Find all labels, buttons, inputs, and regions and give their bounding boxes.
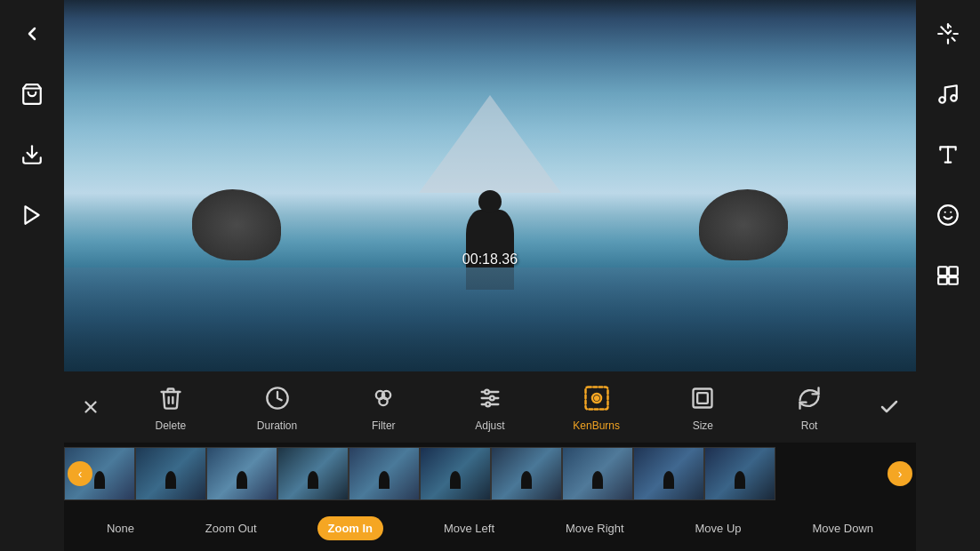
kb-move-down[interactable]: Move Down [801, 516, 884, 540]
frame-3 [206, 447, 277, 500]
svg-rect-18 [694, 389, 712, 408]
frame-8 [562, 447, 633, 500]
tool-duration-label: Duration [257, 419, 297, 432]
size-icon [687, 382, 719, 414]
svg-rect-33 [938, 267, 947, 276]
svg-point-13 [490, 396, 494, 401]
kb-move-up[interactable]: Move Up [684, 516, 751, 540]
svg-point-14 [486, 403, 490, 407]
svg-line-22 [941, 27, 944, 29]
play-button[interactable] [12, 196, 52, 235]
tool-duration[interactable]: Duration [246, 382, 309, 432]
water-reflection [64, 268, 916, 371]
frame-9 [633, 447, 704, 500]
frame-2 [135, 447, 206, 500]
svg-rect-34 [949, 267, 958, 276]
svg-marker-2 [25, 206, 38, 224]
layout-icon[interactable] [928, 256, 968, 295]
left-sidebar [0, 0, 64, 551]
cancel-button-container[interactable] [64, 371, 117, 443]
rock-right [699, 189, 788, 260]
tool-adjust-label: Adjust [475, 419, 504, 432]
svg-point-30 [938, 205, 958, 225]
svg-point-12 [485, 390, 489, 395]
video-timestamp: 00:18.36 [462, 252, 518, 268]
video-preview: 00:18.36 [64, 0, 916, 371]
kb-none[interactable]: None [96, 516, 145, 540]
tool-size-label: Size [693, 419, 713, 432]
download-icon[interactable] [12, 135, 52, 174]
frame-6 [420, 447, 491, 500]
right-sidebar [916, 0, 980, 551]
duration-icon [261, 382, 293, 414]
frame-10 [704, 447, 775, 500]
mountain-shape [419, 95, 561, 193]
tool-rot-label: Rot [801, 419, 818, 432]
tool-delete-label: Delete [156, 419, 187, 432]
magic-icon[interactable] [928, 14, 968, 53]
timeline-left-arrow[interactable]: ‹ [68, 461, 92, 486]
frame-4 [277, 447, 349, 500]
tool-filter[interactable]: Filter [352, 382, 414, 432]
tool-kenburns-label: KenBurns [573, 419, 620, 432]
adjust-icon [474, 382, 506, 414]
check-button-container[interactable] [863, 371, 916, 443]
filter-icon [367, 382, 399, 414]
timeline-right-arrow[interactable]: › [888, 461, 912, 486]
toolbar-row: Delete Duration [64, 371, 916, 443]
toolbar-tools: Delete Duration [117, 371, 863, 443]
tool-size[interactable]: Size [671, 382, 734, 432]
kb-move-right[interactable]: Move Right [555, 516, 635, 540]
kb-move-left[interactable]: Move Left [433, 516, 505, 540]
tool-rot[interactable]: Rot [778, 382, 840, 432]
kb-zoom-in[interactable]: Zoom In [317, 516, 384, 540]
tool-adjust[interactable]: Adjust [459, 382, 521, 432]
tool-filter-label: Filter [372, 419, 396, 432]
svg-point-26 [939, 97, 945, 103]
svg-rect-19 [698, 393, 709, 403]
svg-point-17 [595, 396, 598, 400]
kb-zoom-out[interactable]: Zoom Out [195, 516, 268, 540]
frame-7 [491, 447, 562, 500]
tool-delete[interactable]: Delete [140, 382, 202, 432]
text-icon[interactable] [928, 135, 968, 174]
timeline-strip[interactable]: ‹ › [64, 443, 916, 505]
svg-line-23 [952, 38, 955, 41]
timeline-frames [64, 447, 916, 500]
svg-rect-36 [949, 277, 958, 284]
bag-icon[interactable] [12, 75, 52, 114]
svg-point-27 [951, 95, 957, 101]
kenburns-options: None Zoom Out Zoom In Move Left Move Rig… [64, 505, 916, 551]
emoji-icon[interactable] [928, 196, 968, 235]
frame-5 [349, 447, 420, 500]
rotate-icon [793, 382, 825, 414]
music-icon[interactable] [928, 75, 968, 114]
back-button[interactable] [12, 14, 52, 53]
svg-rect-35 [938, 277, 947, 284]
tool-kenburns[interactable]: KenBurns [566, 382, 628, 432]
main-content: 00:18.36 Delete [64, 0, 916, 551]
kenburns-icon [581, 382, 613, 414]
delete-icon [155, 382, 187, 414]
